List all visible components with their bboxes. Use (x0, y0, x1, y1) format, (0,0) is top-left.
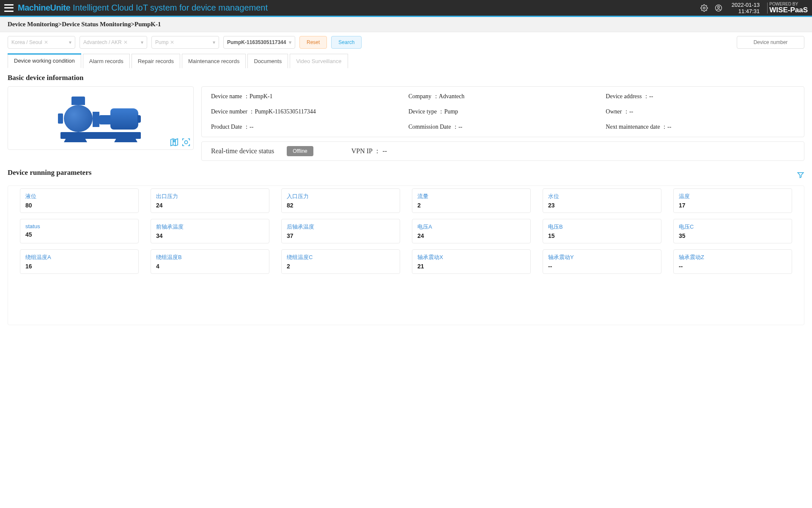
param-card[interactable]: 入口压力82 (281, 188, 400, 213)
tab-documents[interactable]: Documents (247, 54, 288, 68)
param-card[interactable]: 后轴承温度37 (281, 219, 400, 243)
param-label: 绕组温度C (287, 254, 395, 261)
param-card[interactable]: 电压C35 (673, 219, 792, 243)
param-card[interactable]: status45 (20, 219, 139, 243)
param-value: 35 (679, 232, 787, 239)
region-select[interactable]: Korea / Seoul ✕ ▾ (8, 36, 75, 49)
search-button[interactable]: Search (331, 36, 362, 49)
reset-button[interactable]: Reset (299, 36, 327, 49)
param-label: 入口压力 (287, 193, 395, 200)
param-card[interactable]: 轴承震动X21 (412, 249, 531, 274)
header-date: 2022-01-13 (732, 2, 760, 8)
param-value: 37 (287, 232, 395, 239)
close-icon[interactable]: ✕ (170, 39, 174, 45)
status-badge: Offline (287, 146, 313, 156)
param-label: 绕组温度A (25, 254, 133, 261)
param-card[interactable]: 前轴承温度34 (151, 219, 269, 243)
param-value: 16 (25, 263, 133, 270)
param-card[interactable]: 水位23 (543, 188, 661, 213)
param-value: 17 (679, 202, 787, 209)
value-number: PumpK-11635305117344 (255, 108, 315, 115)
svg-point-0 (703, 7, 705, 9)
vpn-label: VPN IP (351, 147, 373, 155)
param-value: 15 (548, 232, 656, 239)
device-select[interactable]: PumpK-11635305117344 ▾ (223, 36, 295, 49)
param-value: 45 (25, 231, 133, 238)
filter-icon[interactable] (797, 171, 804, 179)
type-value: Pump (155, 39, 168, 45)
vendor-select[interactable]: Advantech / AKR ✕ ▾ (80, 36, 147, 49)
user-icon[interactable] (715, 4, 722, 12)
close-icon[interactable]: ✕ (44, 39, 48, 45)
param-card[interactable]: 液位80 (20, 188, 139, 213)
param-card[interactable]: 绕组温度C2 (281, 249, 400, 274)
value-next-maint: -- (667, 124, 671, 130)
vpn-value: -- (382, 147, 387, 155)
label-name: Device name (211, 93, 250, 99)
param-card[interactable]: 绕组温度A16 (20, 249, 139, 274)
filter-bar: Korea / Seoul ✕ ▾ Advantech / AKR ✕ ▾ Pu… (0, 32, 812, 52)
param-card[interactable]: 轴承震动Y-- (543, 249, 661, 274)
param-label: 电压A (417, 223, 525, 231)
param-value: -- (679, 263, 787, 270)
param-label: 轴承震动X (417, 254, 525, 261)
region-value: Korea / Seoul (11, 39, 42, 45)
param-card[interactable]: 温度17 (673, 188, 792, 213)
param-card[interactable]: 流量2 (412, 188, 531, 213)
param-label: status (25, 223, 133, 229)
param-card[interactable]: 轴承震动Z-- (673, 249, 792, 274)
device-number-input[interactable] (737, 36, 804, 49)
param-label: 温度 (679, 193, 787, 200)
param-label: 流量 (417, 193, 525, 200)
tab-video-surveillance: Video Surveillance (290, 54, 348, 68)
svg-point-4 (184, 141, 187, 144)
param-value: 82 (287, 202, 395, 209)
device-status-card: Real-time device status Offline VPN IP ：… (201, 141, 804, 161)
label-number: Device number (211, 108, 255, 115)
chevron-down-icon: ▾ (69, 39, 71, 45)
section-running-title: Device running parameters (8, 168, 91, 177)
scan-icon[interactable] (181, 138, 191, 147)
label-company: Company (409, 93, 439, 99)
param-label: 后轴承温度 (287, 223, 395, 231)
tab-maintenance-records[interactable]: Maintenance records (182, 54, 246, 68)
device-info-card: Device namePumpK-1 CompanyAdvantech Devi… (201, 86, 804, 137)
param-card[interactable]: 出口压力24 (151, 188, 269, 213)
value-address: -- (649, 93, 653, 99)
label-address: Device address (606, 93, 649, 99)
param-value: 21 (417, 263, 525, 270)
breadcrumb-l1[interactable]: Device Monitoring (8, 21, 58, 28)
chevron-down-icon: ▾ (213, 39, 215, 45)
tab-repair-records[interactable]: Repair records (132, 54, 180, 68)
param-label: 出口压力 (156, 193, 264, 200)
param-value: 34 (156, 232, 264, 239)
breadcrumb-l2[interactable]: Device Status Monitoring (62, 21, 131, 28)
tab-working-condition[interactable]: Device working condition (8, 53, 81, 68)
param-card[interactable]: 绕组温度B4 (151, 249, 269, 274)
param-label: 前轴承温度 (156, 223, 264, 231)
param-value: 2 (417, 202, 525, 209)
value-owner: -- (629, 108, 633, 115)
map-icon[interactable] (170, 138, 179, 147)
tab-alarm-records[interactable]: Alarm records (83, 54, 130, 68)
svg-point-3 (173, 140, 175, 142)
param-card[interactable]: 电压B15 (543, 219, 661, 243)
chevron-down-icon: ▾ (141, 39, 143, 45)
close-icon[interactable]: ✕ (123, 39, 128, 45)
breadcrumb-l3: PumpK-1 (134, 21, 161, 28)
param-value: 24 (156, 202, 264, 209)
hamburger-icon[interactable] (4, 4, 14, 12)
section-basic-title: Basic device information (8, 74, 804, 82)
device-image-card (8, 86, 194, 150)
param-label: 电压C (679, 223, 787, 231)
type-select[interactable]: Pump ✕ ▾ (151, 36, 219, 49)
param-card[interactable]: 电压A24 (412, 219, 531, 243)
param-label: 水位 (548, 193, 656, 200)
header-time: 11:47:31 (732, 8, 760, 14)
label-owner: Owner (606, 108, 629, 115)
label-commission-date: Commission Date (409, 124, 458, 130)
app-header: MachineUnite Intelligent Cloud IoT syste… (0, 0, 812, 17)
gear-icon[interactable] (700, 4, 708, 12)
realtime-status-label: Real-time device status (211, 147, 274, 155)
param-label: 轴承震动Z (679, 254, 787, 261)
